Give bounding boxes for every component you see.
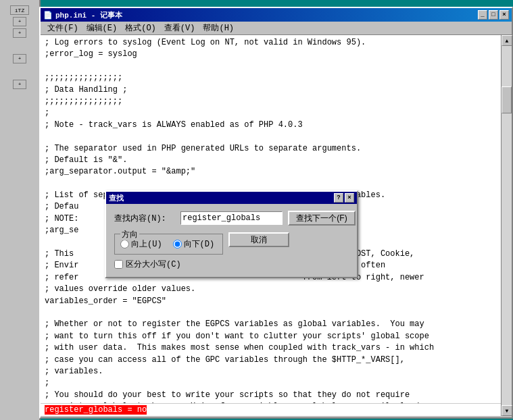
menu-format[interactable]: 格式(O) bbox=[121, 22, 160, 34]
menubar: 文件(F) 编辑(E) 格式(O) 查看(V) 帮助(H) bbox=[41, 22, 512, 35]
scroll-thumb[interactable] bbox=[502, 86, 512, 113]
case-checkbox[interactable] bbox=[114, 260, 123, 269]
search-input[interactable] bbox=[180, 211, 283, 225]
sidebar-icon-4: + bbox=[13, 54, 26, 63]
window-title: php.ini - 记事本 bbox=[55, 10, 122, 20]
menu-view[interactable]: 查看(V) bbox=[160, 22, 199, 34]
direction-group: 方向 向上(U) 向下(D) bbox=[114, 234, 223, 255]
menu-help[interactable]: 帮助(H) bbox=[199, 22, 238, 34]
find-dialog: 查找 ? × 查找内容(N): 查找下一个(F) bbox=[105, 190, 358, 278]
find-next-btn[interactable]: 查找下一个(F) bbox=[288, 211, 356, 226]
scroll-down-btn[interactable]: ▼ bbox=[502, 405, 512, 416]
dialog-body: 查找内容(N): 查找下一个(F) 方向 向上(U) bbox=[106, 204, 357, 277]
case-checkbox-label[interactable]: 区分大小写(C) bbox=[114, 259, 223, 270]
close-btn[interactable]: × bbox=[499, 10, 509, 20]
menu-file[interactable]: 文件(F) bbox=[43, 22, 82, 34]
minimize-btn[interactable]: _ bbox=[478, 10, 487, 20]
radio-down[interactable] bbox=[173, 240, 182, 248]
direction-legend: 方向 bbox=[120, 229, 139, 240]
radio-up[interactable] bbox=[120, 240, 129, 248]
cancel-btn[interactable]: 取消 bbox=[228, 232, 289, 247]
taskbar-label bbox=[18, 1, 21, 4]
scroll-track[interactable] bbox=[502, 46, 512, 405]
scroll-up-btn[interactable]: ▲ bbox=[502, 35, 512, 46]
dialog-titlebar: 查找 ? × bbox=[106, 192, 357, 204]
notepad-window: 📄 php.ini - 记事本 _ □ × 文件(F) 编辑(E) 格式(O) … bbox=[39, 7, 513, 419]
taskbar-left[interactable]: iTZ + + + + bbox=[0, 0, 41, 420]
sidebar-icon-3: + bbox=[13, 28, 26, 38]
sidebar-icon-1: iTZ bbox=[10, 5, 29, 15]
radio-down-label[interactable]: 向下(D) bbox=[173, 238, 215, 250]
sidebar-icon-2: + bbox=[13, 17, 26, 26]
maximize-btn[interactable]: □ bbox=[489, 10, 498, 20]
search-row: 查找内容(N): 查找下一个(F) bbox=[114, 211, 349, 226]
dialog-close-btn[interactable]: × bbox=[345, 193, 354, 203]
scrollbar-vertical[interactable]: ▲ ▼ bbox=[501, 35, 512, 416]
window-icon: 📄 bbox=[43, 11, 53, 20]
dialog-title: 查找 bbox=[109, 193, 124, 203]
direction-row: 方向 向上(U) 向下(D) 区分大小写(C) bbox=[114, 231, 349, 270]
sidebar-icon-5: + bbox=[13, 80, 26, 89]
search-label: 查找内容(N): bbox=[114, 213, 175, 224]
titlebar-left: 📄 php.ini - 记事本 bbox=[43, 10, 122, 20]
window-titlebar: 📄 php.ini - 记事本 _ □ × bbox=[41, 8, 512, 22]
menu-edit[interactable]: 编辑(E) bbox=[82, 22, 122, 34]
highlight-line: register_globals = no bbox=[41, 403, 501, 416]
case-checkbox-area: 方向 向上(U) 向下(D) 区分大小写(C) bbox=[114, 234, 223, 270]
titlebar-buttons: _ □ × bbox=[478, 10, 509, 20]
dialog-question-btn[interactable]: ? bbox=[334, 193, 343, 203]
